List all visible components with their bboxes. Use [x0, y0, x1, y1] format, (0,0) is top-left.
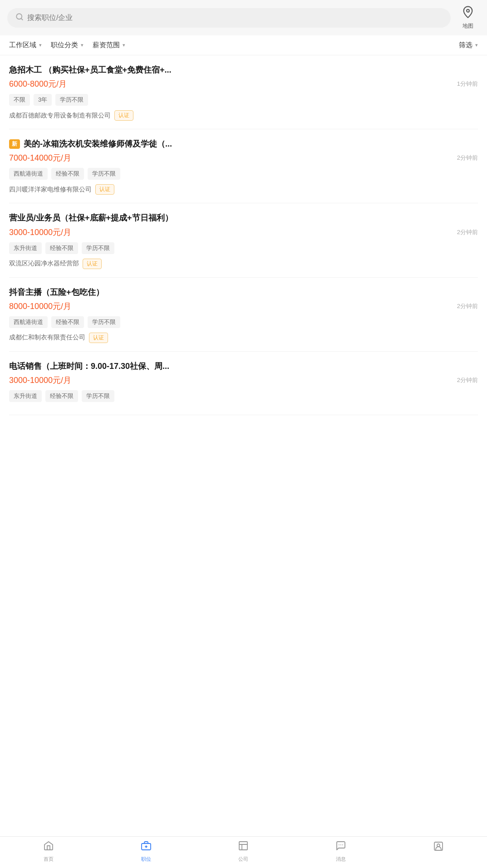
job-salary-row-5: 3000-10000元/月 2分钟前: [9, 375, 478, 386]
job-salary-2: 7000-14000元/月: [9, 152, 71, 163]
search-input[interactable]: [27, 14, 443, 22]
job-company-row-1: 成都百德邮政专用设备制造有限公司 认证: [9, 110, 478, 121]
nav-item-home[interactable]: 首页: [35, 840, 62, 863]
job-tag-2-0: 西航港街道: [9, 168, 48, 180]
job-item-5[interactable]: 电话销售（上班时间：9.00-17.30社保、周... 3000-10000元/…: [9, 352, 478, 415]
job-tag-5-1: 经验不限: [45, 390, 78, 402]
job-salary-row-1: 6000-8000元/月 1分钟前: [9, 78, 478, 89]
job-item-3[interactable]: 营业员/业务员（社保+底薪+提成+节日福利） 3000-10000元/月 2分钟…: [9, 203, 478, 277]
nav-label-home: 首页: [44, 856, 54, 863]
job-company-row-4: 成都仁和制衣有限责任公司 认证: [9, 333, 478, 343]
nav-label-jobs: 职位: [141, 856, 151, 863]
nav-item-jobs[interactable]: 职位: [133, 840, 160, 863]
job-cert-badge-3: 认证: [83, 259, 102, 269]
bottom-nav: 首页 职位 公司: [0, 836, 487, 868]
job-item-4[interactable]: 抖音主播（五险+包吃住） 8000-10000元/月 2分钟前 西航港街道 经验…: [9, 278, 478, 352]
job-salary-row-4: 8000-10000元/月 2分钟前: [9, 301, 478, 312]
filter-work-area-arrow: ▾: [39, 42, 42, 48]
job-tag-1-1: 3年: [34, 94, 52, 106]
job-company-row-2: 四川暖洋洋家电维修有限公司 认证: [9, 184, 478, 195]
job-tag-3-1: 经验不限: [45, 242, 78, 254]
job-tags-5: 东升街道 经验不限 学历不限: [9, 390, 478, 402]
job-tag-5-2: 学历不限: [82, 390, 114, 402]
job-title-row-4: 抖音主播（五险+包吃住）: [9, 287, 478, 298]
job-salary-3: 3000-10000元/月: [9, 227, 71, 238]
filter-salary-range[interactable]: 薪资范围 ▾: [93, 41, 134, 49]
job-new-badge-2: 新: [9, 139, 20, 149]
filter-job-category[interactable]: 职位分类 ▾: [51, 41, 93, 49]
job-salary-1: 6000-8000元/月: [9, 78, 67, 89]
job-title-3: 营业员/业务员（社保+底薪+提成+节日福利）: [9, 212, 173, 224]
job-title-row-2: 新 美的-冰箱洗衣机安装维修师傅及学徒（...: [9, 138, 478, 150]
job-title-1: 急招木工 （购买社保+员工食堂+免费住宿+...: [9, 64, 172, 76]
job-title-row-1: 急招木工 （购买社保+员工食堂+免费住宿+...: [9, 64, 478, 76]
job-tags-3: 东升街道 经验不限 学历不限: [9, 242, 478, 254]
job-tag-3-0: 东升街道: [9, 242, 42, 254]
job-cert-badge-1: 认证: [114, 110, 133, 121]
job-title-4: 抖音主播（五险+包吃住）: [9, 287, 104, 298]
job-list: 急招木工 （购买社保+员工食堂+免费住宿+... 6000-8000元/月 1分…: [0, 55, 487, 836]
search-icon: [15, 13, 24, 23]
job-tag-3-2: 学历不限: [82, 242, 114, 254]
job-salary-row-2: 7000-14000元/月 2分钟前: [9, 152, 478, 163]
job-cert-badge-2: 认证: [95, 184, 114, 195]
job-time-5: 2分钟前: [457, 376, 478, 384]
job-time-2: 2分钟前: [457, 154, 478, 162]
nav-item-company[interactable]: 公司: [230, 840, 257, 863]
job-salary-4: 8000-10000元/月: [9, 301, 71, 312]
filter-salary-range-arrow: ▾: [123, 42, 125, 48]
filter-work-area-label: 工作区域: [9, 41, 36, 49]
svg-line-1: [21, 18, 22, 20]
job-tag-2-1: 经验不限: [51, 168, 84, 180]
filter-job-category-label: 职位分类: [51, 41, 78, 49]
filter-filter-label: 筛选: [459, 41, 472, 49]
search-input-wrapper[interactable]: [7, 8, 451, 28]
profile-icon: [433, 840, 444, 854]
job-salary-row-3: 3000-10000元/月 2分钟前: [9, 227, 478, 238]
job-tag-4-1: 经验不限: [51, 316, 84, 328]
job-time-3: 2分钟前: [457, 228, 478, 236]
filter-filter[interactable]: 筛选 ▾: [459, 41, 478, 49]
map-label: 地图: [462, 22, 473, 30]
filter-job-category-arrow: ▾: [81, 42, 84, 48]
job-company-4: 成都仁和制衣有限责任公司: [9, 333, 85, 342]
filter-work-area[interactable]: 工作区域 ▾: [9, 41, 51, 49]
map-icon: [462, 5, 474, 21]
jobs-icon: [141, 840, 152, 854]
filter-row: 工作区域 ▾ 职位分类 ▾ 薪资范围 ▾ 筛选 ▾: [0, 35, 487, 55]
job-company-row-3: 双流区沁园净水器经营部 认证: [9, 259, 478, 269]
filter-filter-arrow: ▾: [475, 42, 478, 48]
job-tag-4-0: 西航港街道: [9, 316, 48, 328]
svg-point-11: [437, 844, 440, 847]
map-button[interactable]: 地图: [456, 5, 480, 30]
svg-rect-6: [239, 842, 247, 850]
filter-salary-range-label: 薪资范围: [93, 41, 120, 49]
job-time-1: 1分钟前: [457, 80, 478, 88]
job-tag-5-0: 东升街道: [9, 390, 42, 402]
messages-icon: [335, 840, 346, 854]
job-tag-1-0: 不限: [9, 94, 30, 106]
nav-item-messages[interactable]: 消息: [327, 840, 354, 863]
job-tag-4-2: 学历不限: [88, 316, 120, 328]
job-salary-5: 3000-10000元/月: [9, 375, 71, 386]
job-item-2[interactable]: 新 美的-冰箱洗衣机安装维修师傅及学徒（... 7000-14000元/月 2分…: [9, 129, 478, 203]
company-icon: [238, 840, 249, 854]
job-title-row-3: 营业员/业务员（社保+底薪+提成+节日福利）: [9, 212, 478, 224]
job-company-3: 双流区沁园净水器经营部: [9, 260, 79, 268]
job-time-4: 2分钟前: [457, 302, 478, 310]
job-tag-2-2: 学历不限: [88, 168, 120, 180]
job-item-1[interactable]: 急招木工 （购买社保+员工食堂+免费住宿+... 6000-8000元/月 1分…: [9, 55, 478, 129]
job-tags-1: 不限 3年 学历不限: [9, 94, 478, 106]
svg-point-2: [467, 10, 469, 12]
search-bar: 地图: [0, 0, 487, 35]
job-company-1: 成都百德邮政专用设备制造有限公司: [9, 112, 111, 120]
home-icon: [43, 840, 54, 854]
job-cert-badge-4: 认证: [89, 333, 108, 343]
job-title-row-5: 电话销售（上班时间：9.00-17.30社保、周...: [9, 361, 478, 372]
nav-item-profile[interactable]: [425, 840, 452, 863]
job-title-5: 电话销售（上班时间：9.00-17.30社保、周...: [9, 361, 169, 372]
nav-label-company: 公司: [238, 856, 248, 863]
job-company-2: 四川暖洋洋家电维修有限公司: [9, 186, 92, 194]
job-tag-1-2: 学历不限: [55, 94, 88, 106]
job-tags-4: 西航港街道 经验不限 学历不限: [9, 316, 478, 328]
